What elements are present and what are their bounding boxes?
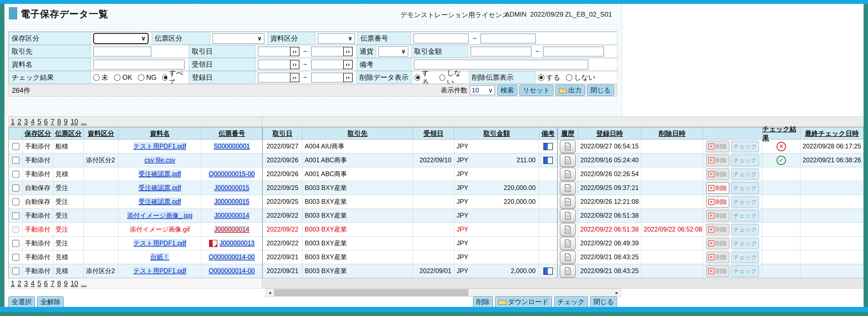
- column-header-link[interactable]: 削除日時: [659, 129, 686, 138]
- remarks-input[interactable]: [414, 60, 588, 70]
- history-button[interactable]: [560, 251, 576, 264]
- row-delete-button[interactable]: ✕削除: [706, 196, 730, 208]
- page-link[interactable]: 4: [31, 279, 35, 287]
- save-category-select[interactable]: ∨: [93, 33, 149, 44]
- doc-name-link[interactable]: 台紙！: [150, 253, 169, 261]
- slip-number-link[interactable]: J000000014: [214, 212, 249, 219]
- row-checkbox[interactable]: [12, 143, 20, 150]
- history-button[interactable]: [560, 181, 576, 195]
- select-all-button[interactable]: 全選択: [8, 296, 35, 307]
- page-link[interactable]: 6: [44, 279, 48, 287]
- radio-deleted-slip-on[interactable]: する: [538, 73, 560, 82]
- clear-all-button[interactable]: 全解除: [37, 296, 64, 307]
- radio-check-ng[interactable]: NG: [138, 73, 157, 81]
- search-button[interactable]: 検索: [497, 85, 517, 96]
- row-checkbox[interactable]: [12, 157, 20, 164]
- receive-date-from-input[interactable]: [258, 60, 290, 70]
- history-button[interactable]: [560, 265, 576, 278]
- slip-number-link[interactable]: J000000013: [220, 240, 255, 247]
- row-checkbox[interactable]: [12, 184, 20, 191]
- doc-name-link[interactable]: 受注確認票.pdf: [138, 170, 181, 178]
- row-checkbox[interactable]: [12, 171, 20, 178]
- slip-number-link[interactable]: Q000000014-00: [209, 267, 255, 275]
- scrollbar-thumb[interactable]: [274, 289, 468, 296]
- page-link[interactable]: 1: [11, 118, 15, 126]
- page-link[interactable]: 3: [24, 279, 28, 287]
- radio-icon-selected[interactable]: [538, 74, 545, 81]
- history-button[interactable]: [560, 223, 576, 236]
- close-button-top[interactable]: 閉じる: [587, 85, 614, 96]
- download-button[interactable]: ダウンロード: [495, 296, 552, 307]
- doc-category-select[interactable]: ∨: [318, 33, 355, 44]
- doc-name-link[interactable]: 添付イメージ画像_.jpg: [127, 211, 193, 220]
- slip-number-link[interactable]: Q000000015-00: [209, 170, 255, 178]
- history-button[interactable]: [560, 195, 576, 209]
- page-link[interactable]: 9: [64, 279, 68, 287]
- page-link-ellipsis[interactable]: ...: [81, 118, 87, 126]
- page-size-select[interactable]: 10∨: [470, 85, 495, 95]
- page-link[interactable]: 4: [31, 118, 35, 126]
- history-button[interactable]: [560, 140, 576, 153]
- date-spinner-icon[interactable]: ‹›: [343, 47, 353, 56]
- column-header-link[interactable]: 履歴: [561, 129, 575, 138]
- page-link[interactable]: 6: [44, 118, 48, 126]
- doc-name-link[interactable]: 受注確認票.pdf: [138, 184, 181, 192]
- history-button[interactable]: [560, 237, 576, 250]
- doc-name-link[interactable]: テスト用PDF1.pdf: [133, 239, 186, 248]
- row-checkbox[interactable]: [12, 268, 20, 275]
- output-button[interactable]: 出力: [556, 85, 585, 96]
- page-link[interactable]: 2: [18, 118, 21, 126]
- page-link-ellipsis[interactable]: ...: [81, 279, 87, 287]
- row-checkbox[interactable]: [12, 212, 20, 219]
- currency-select[interactable]: ∨: [378, 46, 408, 57]
- radio-icon[interactable]: [93, 74, 100, 81]
- page-link[interactable]: 2: [18, 279, 21, 287]
- radio-icon[interactable]: [114, 74, 121, 81]
- column-header-link[interactable]: 取引先: [348, 129, 368, 138]
- slip-number-link[interactable]: Q000000014-00: [209, 253, 255, 261]
- doc-name-link[interactable]: テスト用PDF1.pdf: [133, 267, 186, 275]
- column-header-link[interactable]: 取引日: [273, 129, 292, 138]
- column-header-link[interactable]: 資料区分: [88, 129, 114, 138]
- column-header-link[interactable]: 保存区分: [25, 129, 51, 138]
- trade-date-to-input[interactable]: [311, 46, 344, 57]
- column-header-link[interactable]: 備考: [541, 129, 555, 138]
- page-link[interactable]: 7: [51, 279, 54, 287]
- column-header-link[interactable]: 伝票区分: [55, 129, 82, 138]
- slip-number-to-input[interactable]: [480, 34, 536, 43]
- page-link[interactable]: 3: [24, 118, 28, 126]
- page-link[interactable]: 5: [37, 118, 41, 126]
- page-link[interactable]: 1: [11, 279, 15, 287]
- radio-icon-selected[interactable]: [162, 74, 167, 81]
- column-header-link[interactable]: 取引金額: [484, 129, 510, 138]
- page-link[interactable]: 7: [51, 118, 54, 126]
- slip-number-link[interactable]: J000000015: [214, 184, 249, 191]
- trade-amount-from-input[interactable]: [470, 46, 531, 57]
- radio-icon[interactable]: [439, 74, 445, 81]
- page-link[interactable]: 10: [70, 279, 78, 287]
- date-spinner-icon[interactable]: ‹›: [343, 73, 353, 82]
- date-spinner-icon[interactable]: ‹›: [290, 60, 300, 69]
- row-checkbox[interactable]: [12, 198, 20, 206]
- slip-number-link[interactable]: J000000014: [214, 226, 249, 233]
- column-header-link[interactable]: 資料名: [150, 129, 170, 138]
- row-delete-button[interactable]: ✕削除: [706, 182, 730, 194]
- delete-button[interactable]: 削除: [473, 296, 493, 307]
- slip-category-select[interactable]: ∨: [212, 33, 265, 44]
- doc-name-link[interactable]: 受注確認票.pdf: [138, 198, 181, 206]
- trade-date-from-input[interactable]: [258, 46, 290, 57]
- radio-deleted-slip-off[interactable]: しない: [566, 73, 595, 82]
- date-spinner-icon[interactable]: ‹›: [290, 73, 300, 82]
- column-header-link[interactable]: 最終チェック日時: [805, 129, 859, 138]
- radio-check-mi[interactable]: 未: [93, 73, 108, 82]
- date-spinner-icon[interactable]: ‹›: [343, 60, 353, 69]
- remarks-indicator-icon[interactable]: [544, 268, 553, 275]
- radio-check-ok[interactable]: OK: [114, 73, 132, 81]
- register-date-from-input[interactable]: [258, 73, 290, 82]
- radio-icon[interactable]: [138, 74, 145, 81]
- slip-number-from-input[interactable]: [413, 34, 469, 43]
- doc-name-link[interactable]: テスト用PDF1.pdf: [133, 142, 186, 151]
- doc-name-input[interactable]: [93, 60, 185, 70]
- history-button[interactable]: [560, 168, 576, 181]
- receive-date-to-input[interactable]: [311, 60, 344, 70]
